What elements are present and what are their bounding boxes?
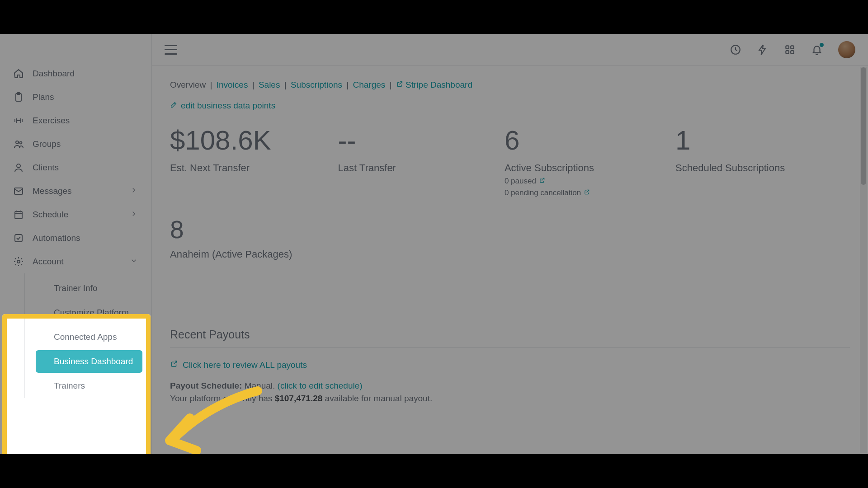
pencil-icon bbox=[170, 101, 177, 111]
subnav-trainer-info[interactable]: Trainer Info bbox=[36, 277, 142, 300]
svg-point-4 bbox=[17, 164, 20, 168]
chevron-right-icon bbox=[130, 210, 138, 220]
breadcrumb-overview: Overview bbox=[170, 80, 206, 89]
metric-next-transfer: $108.6K Est. Next Transfer bbox=[170, 127, 271, 197]
svg-rect-12 bbox=[786, 51, 789, 54]
sidebar-item-label: Schedule bbox=[33, 210, 68, 220]
sidebar-item-schedule[interactable]: Schedule bbox=[0, 203, 151, 226]
metric-value: $108.6K bbox=[170, 127, 271, 154]
avatar[interactable] bbox=[838, 41, 855, 58]
sidebar-item-label: Exercises bbox=[33, 116, 70, 126]
gear-icon bbox=[13, 256, 24, 267]
sidebar-item-label: Clients bbox=[33, 163, 59, 173]
calendar-icon bbox=[13, 209, 24, 221]
users-icon bbox=[13, 138, 24, 150]
sidebar-item-label: Account bbox=[33, 257, 64, 267]
svg-point-3 bbox=[20, 142, 22, 144]
sidebar-item-label: Messages bbox=[33, 186, 72, 196]
svg-point-2 bbox=[16, 141, 19, 144]
user-icon bbox=[13, 162, 24, 174]
breadcrumb-invoices[interactable]: Invoices bbox=[217, 80, 248, 89]
sidebar-item-automations[interactable]: Automations bbox=[0, 226, 151, 250]
breadcrumb-subscriptions[interactable]: Subscriptions bbox=[291, 80, 342, 89]
external-link-icon bbox=[170, 360, 178, 370]
app-frame: Dashboard Plans Exercises Groups bbox=[0, 34, 868, 454]
sidebar: Dashboard Plans Exercises Groups bbox=[0, 34, 152, 454]
clipboard-icon bbox=[13, 91, 24, 103]
sidebar-item-label: Plans bbox=[33, 92, 54, 102]
metric-label: Est. Next Transfer bbox=[170, 162, 271, 174]
breadcrumb: Overview | Invoices | Sales | Subscripti… bbox=[170, 80, 850, 90]
subnav-business-dashboard[interactable]: Business Dashboard bbox=[36, 350, 142, 373]
edit-business-data-link[interactable]: edit business data points bbox=[170, 101, 275, 111]
breadcrumb-stripe[interactable]: Stripe Dashboard bbox=[396, 80, 472, 89]
topbar bbox=[152, 34, 868, 66]
edit-schedule-link[interactable]: (click to edit schedule) bbox=[278, 381, 363, 390]
metric-pending-link[interactable]: 0 pending cancellation bbox=[505, 188, 594, 197]
hamburger-menu-button[interactable] bbox=[165, 45, 177, 55]
metric-active-subs: 6 Active Subscriptions 0 paused 0 pendin… bbox=[505, 127, 594, 197]
metric-last-transfer: -- Last Transfer bbox=[338, 127, 396, 197]
subnav-connected-apps[interactable]: Connected Apps bbox=[36, 326, 142, 348]
scrollbar-thumb[interactable] bbox=[861, 67, 866, 185]
chevron-down-icon bbox=[130, 257, 138, 267]
sidebar-item-plans[interactable]: Plans bbox=[0, 85, 151, 109]
available-line: Your platform currently has $107,471.28 … bbox=[170, 394, 850, 404]
metric-value: 6 bbox=[505, 127, 594, 154]
sidebar-item-account[interactable]: Account bbox=[0, 250, 151, 273]
letterbox-bottom bbox=[0, 454, 868, 488]
svg-rect-10 bbox=[786, 46, 789, 49]
svg-rect-11 bbox=[791, 46, 794, 49]
metric-scheduled-subs: 1 Scheduled Subscriptions bbox=[675, 127, 785, 197]
sidebar-item-label: Dashboard bbox=[33, 69, 75, 79]
main: Overview | Invoices | Sales | Subscripti… bbox=[152, 34, 868, 454]
payout-schedule-line: Payout Schedule: Manual. (click to edit … bbox=[170, 381, 850, 391]
sidebar-item-messages[interactable]: Messages bbox=[0, 179, 151, 203]
home-icon bbox=[13, 68, 24, 80]
metric-paused-link[interactable]: 0 paused bbox=[505, 177, 594, 186]
external-link-icon bbox=[584, 188, 590, 197]
clock-icon[interactable] bbox=[730, 44, 741, 56]
packages-value: 8 bbox=[170, 217, 850, 242]
content: Overview | Invoices | Sales | Subscripti… bbox=[152, 66, 868, 404]
sidebar-item-exercises[interactable]: Exercises bbox=[0, 109, 151, 132]
mail-icon bbox=[13, 185, 24, 197]
sidebar-item-dashboard[interactable]: Dashboard bbox=[0, 62, 151, 85]
letterbox-top bbox=[0, 0, 868, 34]
metric-value: 1 bbox=[675, 127, 785, 154]
svg-rect-13 bbox=[791, 51, 794, 54]
metric-label: Last Transfer bbox=[338, 162, 396, 174]
recent-payouts-title: Recent Payouts bbox=[170, 328, 850, 348]
vertical-scrollbar[interactable] bbox=[860, 67, 867, 453]
packages-label: Anaheim (Active Packages) bbox=[170, 249, 850, 260]
dumbbell-icon bbox=[13, 115, 24, 127]
metric-label: Active Subscriptions bbox=[505, 162, 594, 174]
svg-rect-6 bbox=[15, 211, 22, 219]
sidebar-item-label: Groups bbox=[33, 139, 61, 149]
svg-point-8 bbox=[17, 260, 20, 263]
subnav-customize-platform[interactable]: Customize Platform bbox=[36, 301, 142, 324]
chevron-right-icon bbox=[130, 186, 138, 197]
breadcrumb-sales[interactable]: Sales bbox=[259, 80, 280, 89]
sidebar-item-label: Automations bbox=[33, 233, 80, 243]
subnav-trainers[interactable]: Trainers bbox=[36, 375, 142, 397]
external-link-icon bbox=[396, 80, 406, 89]
notification-dot bbox=[820, 43, 824, 47]
sidebar-item-groups[interactable]: Groups bbox=[0, 132, 151, 156]
svg-rect-7 bbox=[15, 235, 22, 242]
metric-value: -- bbox=[338, 127, 396, 154]
metric-label: Scheduled Subscriptions bbox=[675, 162, 785, 174]
lightning-icon[interactable] bbox=[757, 44, 769, 56]
check-square-icon bbox=[13, 232, 24, 244]
apps-grid-icon[interactable] bbox=[784, 44, 796, 56]
review-all-payouts-link[interactable]: Click here to review ALL payouts bbox=[170, 360, 307, 370]
packages-block: 8 Anaheim (Active Packages) bbox=[170, 217, 850, 260]
external-link-icon bbox=[539, 177, 545, 186]
sidebar-item-clients[interactable]: Clients bbox=[0, 156, 151, 179]
breadcrumb-charges[interactable]: Charges bbox=[353, 80, 385, 89]
bell-icon[interactable] bbox=[811, 44, 823, 56]
metrics-row: $108.6K Est. Next Transfer -- Last Trans… bbox=[170, 127, 850, 197]
